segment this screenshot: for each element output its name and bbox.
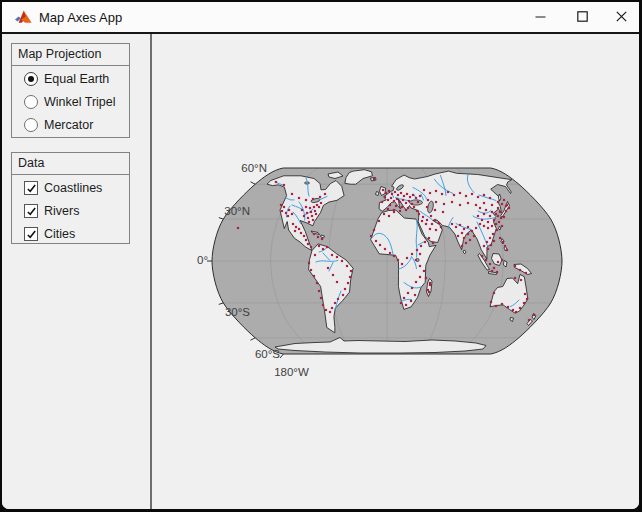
city-dot	[384, 196, 386, 198]
city-dot	[415, 197, 417, 199]
app-content: Map Projection Equal Earth Winkel Tripel…	[2, 34, 639, 509]
title-bar: Map Axes App	[2, 2, 639, 34]
city-dot	[473, 235, 475, 237]
city-dot	[451, 223, 453, 225]
city-dot	[391, 193, 393, 195]
city-dot	[309, 207, 311, 209]
city-dot	[381, 201, 383, 203]
close-button[interactable]	[604, 2, 638, 31]
radio-button-icon[interactable]	[24, 118, 38, 132]
city-dot	[415, 281, 417, 283]
city-dot	[283, 206, 285, 208]
tick-mark	[251, 338, 256, 340]
city-dot	[388, 215, 390, 217]
city-dot	[489, 237, 491, 239]
city-dot	[291, 213, 293, 215]
minimize-icon	[535, 11, 546, 22]
city-dot	[419, 195, 421, 197]
city-dot	[403, 195, 405, 197]
city-dot	[490, 244, 492, 246]
city-dot	[384, 248, 386, 250]
city-dot	[499, 211, 501, 213]
radio-mercator[interactable]: Mercator	[24, 115, 129, 135]
map-axes[interactable]: 60°N30°N0°30°S60°S180°W	[180, 150, 570, 380]
window-title: Map Axes App	[39, 10, 122, 25]
city-dot	[311, 215, 313, 217]
city-dot	[477, 196, 479, 198]
checkbox-rivers[interactable]: Rivers	[24, 201, 129, 221]
city-dot	[390, 197, 392, 199]
city-dot	[378, 220, 380, 222]
city-dot	[491, 211, 493, 213]
city-dot	[451, 201, 453, 203]
city-dot	[316, 204, 318, 206]
city-dot	[434, 219, 436, 221]
radio-equal-earth[interactable]: Equal Earth	[24, 69, 129, 89]
city-dot	[487, 221, 489, 223]
city-dot	[429, 282, 431, 284]
city-dot	[417, 201, 419, 203]
city-dot	[321, 238, 323, 240]
city-dot	[515, 311, 517, 313]
minimize-button[interactable]	[523, 2, 557, 31]
tick-mark	[219, 218, 224, 220]
checkbox-icon[interactable]	[24, 227, 38, 241]
checkbox-cities[interactable]: Cities	[24, 224, 129, 244]
city-dot	[318, 245, 320, 247]
city-dot	[507, 306, 509, 308]
city-dot	[344, 288, 346, 290]
city-dot	[504, 245, 506, 247]
checkbox-icon[interactable]	[24, 181, 38, 195]
city-dot	[418, 213, 420, 215]
city-dot	[461, 245, 463, 247]
city-dot	[499, 237, 501, 239]
city-dot	[411, 203, 413, 205]
checkbox-icon[interactable]	[24, 204, 38, 218]
city-dot	[310, 211, 312, 213]
city-dot	[483, 225, 485, 227]
city-dot	[463, 237, 465, 239]
land-coastline	[376, 192, 380, 196]
maximize-button[interactable]	[565, 2, 599, 31]
city-dot	[422, 216, 424, 218]
city-dot	[495, 223, 497, 225]
city-dot	[303, 235, 305, 237]
city-dot	[429, 192, 431, 194]
city-dot	[307, 243, 309, 245]
city-dot	[479, 223, 481, 225]
city-dot	[483, 194, 485, 196]
city-dot	[373, 229, 375, 231]
city-dot	[329, 311, 331, 313]
map-svg[interactable]: 60°N30°N0°30°S60°S180°W	[180, 150, 570, 380]
city-dot	[397, 259, 399, 261]
city-dot	[486, 241, 488, 243]
checkbox-coastlines[interactable]: Coastlines	[24, 178, 129, 198]
city-dot	[519, 269, 521, 271]
city-dot	[407, 207, 409, 209]
city-dot	[429, 284, 431, 286]
city-dot	[375, 240, 377, 242]
city-dot	[491, 225, 493, 227]
city-dot	[313, 275, 315, 277]
city-dot	[421, 220, 423, 222]
city-dot	[419, 276, 421, 278]
city-dot	[425, 223, 427, 225]
city-dot	[237, 227, 239, 229]
radio-winkel-tripel[interactable]: Winkel Tripel	[24, 92, 129, 112]
city-dot	[288, 209, 290, 211]
city-dot	[397, 194, 399, 196]
tick-mark	[251, 182, 256, 184]
city-dot	[409, 196, 411, 198]
city-dot	[483, 213, 485, 215]
city-dot	[496, 271, 498, 273]
city-dot	[382, 189, 384, 191]
tick-mark	[280, 354, 284, 358]
city-dot	[400, 192, 402, 194]
city-dot	[459, 204, 461, 206]
city-dot	[481, 255, 483, 257]
radio-button-icon[interactable]	[24, 72, 38, 86]
checkbox-label: Cities	[44, 227, 75, 241]
city-dot	[389, 252, 391, 254]
radio-button-icon[interactable]	[24, 95, 38, 109]
city-dot	[469, 239, 471, 241]
